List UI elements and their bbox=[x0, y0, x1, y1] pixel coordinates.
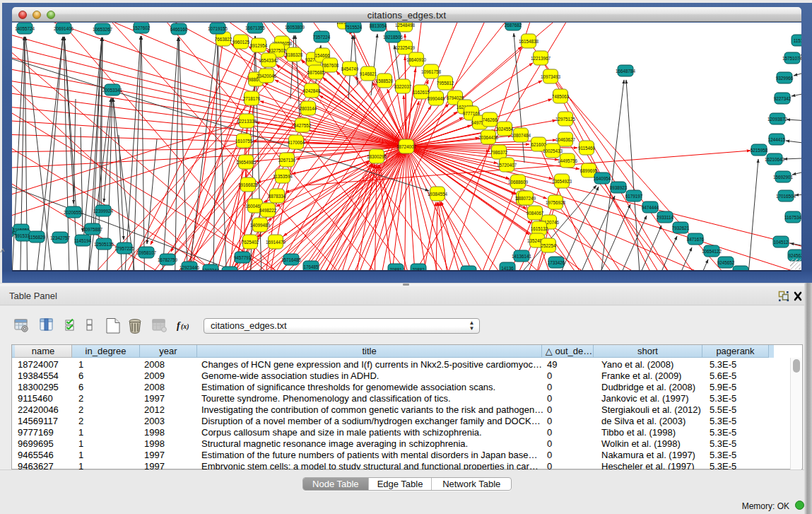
svg-text:8427552: 8427552 bbox=[294, 123, 312, 128]
svg-text:9329966: 9329966 bbox=[776, 76, 794, 81]
svg-text:924562: 924562 bbox=[788, 253, 801, 258]
svg-text:2803144: 2803144 bbox=[300, 106, 317, 111]
svg-text:1588520: 1588520 bbox=[376, 78, 394, 83]
svg-text:176485: 176485 bbox=[303, 264, 319, 269]
svg-text:10807484: 10807484 bbox=[511, 133, 531, 138]
svg-text:16648784: 16648784 bbox=[616, 69, 636, 74]
svg-text:19756928: 19756928 bbox=[546, 200, 566, 205]
svg-text:17957225: 17957225 bbox=[114, 246, 135, 251]
svg-text:8912954: 8912954 bbox=[250, 43, 268, 48]
svg-text:9960125: 9960125 bbox=[233, 40, 250, 45]
svg-text:15692901: 15692901 bbox=[773, 175, 794, 180]
svg-text:7515524: 7515524 bbox=[345, 25, 363, 30]
svg-text:8990448: 8990448 bbox=[428, 96, 445, 101]
svg-text:10463627: 10463627 bbox=[555, 137, 576, 142]
svg-text:8938923: 8938923 bbox=[610, 185, 628, 190]
svg-text:1610755: 1610755 bbox=[235, 139, 253, 144]
svg-text:1733426: 1733426 bbox=[548, 260, 565, 265]
svg-text:9242848: 9242848 bbox=[303, 88, 321, 93]
svg-text:12505135: 12505135 bbox=[94, 242, 114, 247]
svg-text:8471676: 8471676 bbox=[687, 237, 705, 242]
svg-text:4170064: 4170064 bbox=[288, 140, 305, 145]
svg-text:1145194: 1145194 bbox=[74, 238, 92, 243]
svg-text:6466160: 6466160 bbox=[170, 27, 188, 32]
svg-text:15751074: 15751074 bbox=[782, 56, 801, 61]
svg-text:8454749: 8454749 bbox=[341, 66, 359, 71]
svg-text:8813054: 8813054 bbox=[370, 23, 387, 28]
svg-text:12548498: 12548498 bbox=[395, 23, 416, 28]
svg-text:12325419: 12325419 bbox=[395, 45, 416, 50]
svg-text:12213338: 12213338 bbox=[237, 119, 257, 124]
svg-text:7663822: 7663822 bbox=[215, 37, 233, 42]
svg-text:8186328: 8186328 bbox=[286, 52, 303, 57]
svg-text:10961758: 10961758 bbox=[421, 69, 442, 74]
svg-text:20364436: 20364436 bbox=[478, 135, 499, 140]
svg-text:16210643: 16210643 bbox=[765, 157, 785, 162]
svg-text:17016504: 17016504 bbox=[776, 194, 796, 199]
svg-text:20691406: 20691406 bbox=[54, 26, 74, 31]
svg-text:9777169: 9777169 bbox=[463, 111, 481, 116]
svg-text:11353594: 11353594 bbox=[273, 174, 293, 179]
svg-text:10975887: 10975887 bbox=[83, 227, 103, 232]
svg-text:1615132: 1615132 bbox=[531, 226, 548, 231]
svg-text:19218506: 19218506 bbox=[383, 35, 404, 40]
svg-text:14136141: 14136141 bbox=[512, 254, 532, 259]
svg-text:10654122: 10654122 bbox=[702, 249, 722, 254]
svg-text:19166825: 19166825 bbox=[238, 182, 259, 187]
svg-text:1527602: 1527602 bbox=[133, 25, 151, 30]
svg-text:7625402: 7625402 bbox=[242, 240, 259, 245]
svg-text:9084067: 9084067 bbox=[526, 211, 544, 216]
svg-text:8878334: 8878334 bbox=[269, 194, 286, 199]
svg-text:2867608: 2867608 bbox=[322, 63, 339, 68]
svg-text:3267130: 3267130 bbox=[278, 158, 296, 163]
svg-text:7986372: 7986372 bbox=[490, 150, 508, 155]
svg-text:154666: 154666 bbox=[314, 53, 330, 58]
svg-text:1162615: 1162615 bbox=[413, 90, 430, 95]
svg-text:10688609: 10688609 bbox=[508, 180, 529, 185]
svg-text:2933114: 2933114 bbox=[657, 215, 674, 220]
svg-text:1244415: 1244415 bbox=[768, 137, 786, 142]
svg-text:18640910: 18640910 bbox=[406, 57, 427, 62]
svg-text:7485063: 7485063 bbox=[552, 94, 570, 99]
svg-text:6179197: 6179197 bbox=[625, 194, 643, 199]
svg-text:9115460: 9115460 bbox=[578, 146, 596, 151]
svg-text:12213967: 12213967 bbox=[531, 56, 551, 61]
svg-text:3024554: 3024554 bbox=[496, 127, 514, 132]
svg-text:20053341: 20053341 bbox=[102, 88, 123, 93]
svg-text:16154838: 16154838 bbox=[519, 39, 539, 44]
svg-text:2718176: 2718176 bbox=[243, 96, 261, 101]
svg-text:12399924: 12399924 bbox=[93, 209, 114, 214]
svg-text:12093872: 12093872 bbox=[767, 117, 788, 122]
svg-text:9457791: 9457791 bbox=[234, 255, 252, 260]
svg-text:15720407: 15720407 bbox=[497, 163, 517, 168]
svg-text:7932621: 7932621 bbox=[672, 226, 690, 230]
svg-text:14495756: 14495756 bbox=[558, 158, 578, 163]
svg-text:12975125: 12975125 bbox=[555, 117, 576, 122]
svg-text:10719155: 10719155 bbox=[208, 26, 228, 31]
svg-text:18807249: 18807249 bbox=[516, 196, 536, 201]
svg-text:7357224: 7357224 bbox=[313, 35, 331, 40]
svg-text:20206551: 20206551 bbox=[64, 210, 84, 215]
svg-text:10025433: 10025433 bbox=[543, 148, 563, 153]
svg-text:19654985: 19654985 bbox=[236, 160, 257, 165]
svg-text:16543342: 16543342 bbox=[259, 58, 279, 63]
svg-text:8322037: 8322037 bbox=[394, 84, 412, 89]
svg-text:9474444: 9474444 bbox=[642, 205, 659, 210]
svg-text:2687682: 2687682 bbox=[505, 23, 522, 28]
svg-text:19384554: 19384554 bbox=[428, 192, 448, 197]
svg-text:6899695: 6899695 bbox=[580, 168, 598, 173]
svg-text:18300295: 18300295 bbox=[367, 154, 387, 159]
svg-text:6794028: 6794028 bbox=[447, 95, 464, 100]
svg-text:11511: 11511 bbox=[794, 38, 801, 43]
svg-text:1640954: 1640954 bbox=[594, 176, 611, 181]
svg-text:15716485: 15716485 bbox=[281, 257, 302, 262]
svg-text:10653267: 10653267 bbox=[93, 27, 113, 32]
svg-text:5215958: 5215958 bbox=[751, 148, 768, 153]
svg-text:8498222: 8498222 bbox=[259, 208, 277, 213]
svg-text:14055724: 14055724 bbox=[15, 26, 35, 31]
svg-text:14099489: 14099489 bbox=[250, 223, 271, 228]
svg-text:9327503: 9327503 bbox=[269, 48, 286, 53]
svg-text:5875685: 5875685 bbox=[307, 70, 325, 75]
svg-text:621600: 621600 bbox=[531, 142, 546, 147]
svg-text:9245652: 9245652 bbox=[717, 260, 735, 265]
